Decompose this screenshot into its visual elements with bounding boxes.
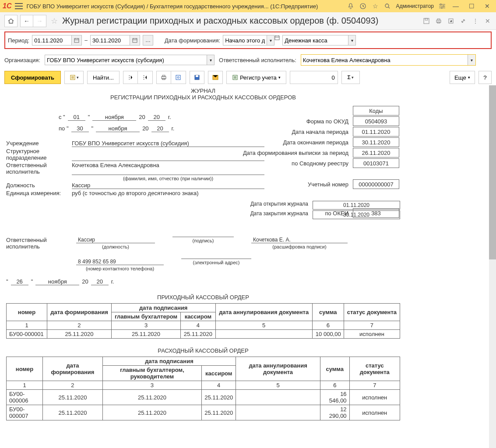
table-row: БУ00-00000625.11.202025.11.202025.11.202… bbox=[7, 390, 400, 405]
forward-button[interactable]: → bbox=[33, 15, 46, 27]
date-from-field bbox=[32, 35, 82, 46]
expense-table: номер дата формирования дата подписания … bbox=[6, 357, 400, 420]
chevron-down-icon[interactable]: ▾ bbox=[468, 55, 475, 65]
action-row: Сформировать ▾ Найти... Регистр учета▾ Σ… bbox=[0, 69, 496, 86]
chevron-down-icon[interactable]: ▾ bbox=[207, 55, 215, 65]
period-picker-button[interactable]: … bbox=[143, 35, 153, 46]
svg-point-19 bbox=[177, 77, 179, 78]
svg-point-4 bbox=[441, 7, 443, 9]
expand-icon[interactable] bbox=[123, 71, 138, 84]
more-button[interactable]: Еще▾ bbox=[450, 71, 475, 84]
table-row: БУ00-00000725.11.202025.11.202025.11.202… bbox=[7, 405, 400, 420]
close-button[interactable]: ✕ bbox=[481, 2, 493, 10]
save-icon[interactable] bbox=[422, 17, 430, 25]
svg-rect-8 bbox=[437, 19, 440, 20]
svg-rect-16 bbox=[162, 75, 165, 77]
sum-button[interactable]: Σ▾ bbox=[341, 71, 360, 84]
cash-combo: ▾ bbox=[282, 35, 356, 46]
toolbar-main: ← → ☆ Журнал регистрации приходных и рас… bbox=[0, 12, 496, 30]
svg-point-3 bbox=[443, 6, 444, 7]
date-from-input[interactable] bbox=[32, 35, 71, 46]
svg-rect-12 bbox=[133, 38, 137, 42]
filter-panel: Период: – … Дата формирования: ▾ ▾ bbox=[4, 32, 492, 49]
svg-rect-11 bbox=[74, 38, 79, 42]
close-tab-icon[interactable]: ✕ bbox=[484, 17, 492, 25]
svg-rect-18 bbox=[176, 75, 180, 80]
chevron-down-icon[interactable]: ▾ bbox=[267, 35, 274, 46]
form-date-combo: ▾ bbox=[223, 35, 280, 46]
calendar-icon[interactable] bbox=[71, 35, 82, 46]
svg-point-2 bbox=[440, 4, 442, 5]
svg-rect-13 bbox=[275, 36, 279, 40]
date-separator: – bbox=[84, 37, 88, 43]
collapse-icon[interactable] bbox=[138, 71, 153, 84]
export-icon[interactable] bbox=[447, 17, 455, 25]
user-name[interactable]: Администратор bbox=[396, 3, 434, 9]
org-label: Организация: bbox=[4, 57, 40, 63]
back-button[interactable]: ← bbox=[20, 15, 33, 27]
link-icon[interactable] bbox=[459, 17, 467, 25]
resp-input[interactable] bbox=[301, 55, 468, 65]
income-title: ПРИХОДНЫЙ КАССОВЫЙ ОРДЕР bbox=[6, 294, 400, 301]
org-row: Организация: ▾ Ответственный исполнитель… bbox=[0, 51, 496, 69]
favorite-icon[interactable]: ☆ bbox=[51, 16, 58, 26]
expense-title: РАСХОДНЫЙ КАССОВЫЙ ОРДЕР bbox=[6, 347, 400, 354]
search-icon[interactable] bbox=[383, 2, 391, 10]
calendar-icon[interactable] bbox=[274, 35, 280, 46]
mail-button[interactable] bbox=[208, 71, 223, 84]
date-to-field bbox=[90, 35, 140, 46]
org-combo: ▾ bbox=[45, 55, 215, 65]
find-button[interactable]: Найти... bbox=[87, 71, 120, 84]
print-button[interactable] bbox=[156, 71, 171, 84]
form-date-input[interactable] bbox=[223, 35, 267, 46]
page-title: Журнал регистрации приходных и расходных… bbox=[62, 16, 420, 26]
report-area: ЖУРНАЛ РЕГИСТРАЦИИ ПРИХОДНЫХ И РАСХОДНЫХ… bbox=[0, 86, 496, 448]
income-table: номер дата формирования дата подписания … bbox=[6, 303, 400, 339]
print-icon[interactable] bbox=[435, 17, 443, 25]
org-input[interactable] bbox=[45, 55, 207, 65]
svg-rect-5 bbox=[424, 18, 429, 24]
resp-combo: ▾ bbox=[301, 54, 476, 66]
chevron-down-icon[interactable]: ▾ bbox=[348, 35, 356, 46]
minimize-button[interactable]: — bbox=[450, 2, 462, 10]
more-icon[interactable]: ⋮ bbox=[471, 17, 479, 25]
app-title: ГОБУ ВПО Университет искусств (Субсидия)… bbox=[26, 3, 343, 10]
settings-icon[interactable] bbox=[438, 2, 446, 10]
form-date-label: Дата формирования: bbox=[165, 37, 220, 44]
save-file-button[interactable] bbox=[190, 71, 204, 84]
registry-button[interactable]: Регистр учета▾ bbox=[226, 71, 286, 84]
num-input[interactable] bbox=[290, 71, 338, 84]
svg-rect-21 bbox=[196, 75, 198, 77]
history-icon[interactable] bbox=[359, 2, 367, 10]
scrollbar-vertical[interactable] bbox=[489, 85, 496, 448]
calendar-icon[interactable] bbox=[130, 35, 140, 46]
titlebar: 1C ГОБУ ВПО Университет искусств (Субсид… bbox=[0, 0, 496, 12]
period-label: Период: bbox=[8, 37, 29, 44]
report-title-1: ЖУРНАЛ bbox=[6, 88, 400, 94]
codes-table: Коды Форма по ОКУД0504093 Дата начала пе… bbox=[239, 105, 400, 219]
scrollbar-thumb[interactable] bbox=[489, 85, 496, 259]
bell-icon[interactable] bbox=[347, 2, 355, 10]
resp-label: Ответственный исполнитель: bbox=[219, 57, 296, 63]
form-button[interactable]: Сформировать bbox=[4, 71, 61, 84]
star-icon[interactable]: ☆ bbox=[371, 2, 379, 10]
settings-report-button[interactable]: ▾ bbox=[64, 71, 84, 84]
svg-point-1 bbox=[385, 4, 389, 7]
home-button[interactable] bbox=[4, 15, 18, 27]
menu-icon[interactable] bbox=[15, 3, 23, 9]
preview-button[interactable] bbox=[171, 71, 186, 84]
logo-1c: 1C bbox=[3, 2, 11, 10]
cash-input[interactable] bbox=[282, 35, 348, 46]
report-title-2: РЕГИСТРАЦИИ ПРИХОДНЫХ И РАСХОДНЫХ КАССОВ… bbox=[6, 94, 400, 101]
date-to-input[interactable] bbox=[90, 35, 130, 46]
maximize-button[interactable]: ☐ bbox=[465, 2, 478, 10]
table-row: БУ00-00000125.11.202025.11.202025.11.202… bbox=[7, 330, 400, 339]
help-button[interactable]: ? bbox=[478, 71, 492, 84]
svg-rect-6 bbox=[425, 18, 428, 20]
